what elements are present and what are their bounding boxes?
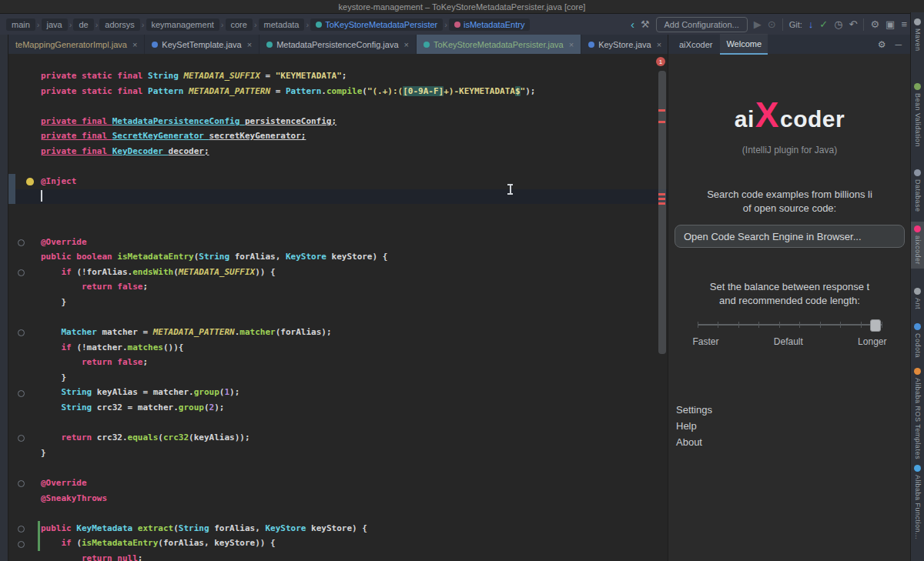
- error-stripe-mark: [658, 193, 665, 195]
- code-line: return null;: [41, 551, 657, 561]
- aixcoder-panel: aiXcoder Welcome ⚙ ─ aiXcoder (IntelliJ …: [668, 35, 911, 561]
- slider-label-longer: Longer: [858, 336, 886, 347]
- main-menu-icon[interactable]: ≡: [901, 19, 907, 29]
- breadcrumb-item[interactable]: keymanagement: [146, 18, 219, 31]
- breadcrumb-item[interactable]: main: [6, 18, 35, 31]
- close-tab-icon[interactable]: ×: [657, 40, 661, 49]
- mouse-text-cursor: [507, 184, 514, 195]
- search-description: Search code examples from billions li of…: [707, 188, 872, 215]
- editor-tab[interactable]: teMappingGeneratorImpl.java×: [8, 35, 145, 54]
- logo-x: X: [755, 97, 779, 132]
- tab-welcome[interactable]: Welcome: [720, 34, 768, 55]
- gutter-marker-icon[interactable]: [18, 329, 25, 336]
- gutter-marker-icon[interactable]: [18, 526, 25, 533]
- slider-label-default: Default: [774, 336, 803, 347]
- breadcrumb-item[interactable]: adorsys: [99, 18, 140, 31]
- build-hammer-icon[interactable]: ⚒: [641, 19, 650, 29]
- debug-icon[interactable]: ⊙: [768, 19, 776, 29]
- editor-scrollbar[interactable]: [657, 54, 668, 561]
- settings-gear-icon[interactable]: ⚙: [870, 19, 879, 29]
- toolbar-divider: [863, 18, 864, 31]
- balance-description-line2: and recommended code length:: [710, 294, 869, 308]
- error-badge[interactable]: 1: [656, 57, 665, 66]
- editor-tab[interactable]: MetadataPersistenceConfig.java×: [259, 35, 417, 54]
- breadcrumb-class-crumb[interactable]: ToKeyStoreMetadataPersister: [310, 18, 443, 31]
- git-history-icon[interactable]: ◷: [834, 19, 842, 29]
- error-stripe-mark: [658, 121, 665, 123]
- intention-bulb-icon[interactable]: [26, 178, 34, 185]
- tool-stripe-aixcoder[interactable]: aixcoder: [911, 222, 924, 269]
- aixcoder-logo: aiXcoder: [735, 97, 845, 132]
- editor-tab[interactable]: ToKeyStoreMetadataPersister.java×: [417, 35, 581, 54]
- breadcrumb-method-crumb[interactable]: isMetadataEntry: [449, 18, 530, 31]
- balance-description: Set the balance between response t and r…: [710, 280, 869, 307]
- window-titlebar[interactable]: keystore-management – ToKeyStoreMetadata…: [0, 0, 924, 14]
- code-line: return false;: [41, 355, 657, 370]
- tool-stripe-maven[interactable]: Maven: [911, 18, 924, 52]
- gutter-marker-icon[interactable]: [18, 239, 25, 246]
- gutter-marker-icon[interactable]: [18, 480, 25, 487]
- code-line: private final KeyDecoder decoder;: [41, 144, 657, 159]
- tool-stripe-bean-validation[interactable]: Bean Validation: [911, 83, 924, 147]
- left-tool-stripe[interactable]: [0, 35, 8, 561]
- database-icon: [914, 169, 921, 176]
- breadcrumb-item[interactable]: java: [42, 18, 68, 31]
- close-tab-icon[interactable]: ×: [569, 40, 574, 49]
- error-stripe-mark: [658, 202, 665, 205]
- code-line: @Override: [41, 235, 657, 250]
- slider-track[interactable]: [698, 324, 882, 326]
- close-tab-icon[interactable]: ×: [404, 40, 409, 49]
- breadcrumb-item[interactable]: metadata: [259, 18, 305, 31]
- breadcrumb-separator: ›: [142, 20, 145, 29]
- close-tab-icon[interactable]: ×: [132, 40, 137, 49]
- close-tab-icon[interactable]: ×: [247, 40, 252, 49]
- restore-window-icon[interactable]: ▣: [886, 19, 895, 29]
- slider-tick: [738, 322, 739, 328]
- git-commit-icon[interactable]: ✓: [819, 19, 828, 29]
- code-editor[interactable]: private static final String METADATA_SUF…: [8, 54, 668, 561]
- breadcrumb-separator: ›: [221, 20, 224, 29]
- tool-stripe-codota[interactable]: Codota: [911, 323, 924, 358]
- panel-link-settings[interactable]: Settings: [676, 404, 712, 416]
- gutter-marker-icon[interactable]: [18, 390, 25, 397]
- scrollbar-thumb[interactable]: [658, 71, 666, 354]
- panel-link-about[interactable]: About: [676, 436, 712, 448]
- open-code-search-button[interactable]: Open Code Search Engine in Browser...: [675, 225, 905, 248]
- tool-stripe-database[interactable]: Database: [911, 169, 924, 212]
- breadcrumb-item[interactable]: de: [73, 18, 93, 31]
- git-rollback-icon[interactable]: ↶: [849, 19, 858, 29]
- slider-handle[interactable]: [870, 319, 881, 332]
- breadcrumb-separator: ›: [37, 20, 40, 29]
- code-line: if (!matcher.matches()){: [41, 340, 657, 356]
- breadcrumb-item[interactable]: core: [226, 18, 253, 31]
- code-line: if (isMetadataEntry(forAlias, keyStore))…: [41, 536, 657, 551]
- add-configuration-button[interactable]: Add Configuration...: [656, 17, 748, 32]
- git-update-icon[interactable]: ↓: [808, 19, 814, 29]
- gutter-marker-icon[interactable]: [18, 541, 25, 548]
- breadcrumb: main›java›de›adorsys›keymanagement›core›…: [6, 18, 626, 31]
- breadcrumb-separator: ›: [95, 20, 99, 29]
- gutter-marker-icon[interactable]: [18, 269, 25, 276]
- run-icon[interactable]: ▶: [754, 19, 762, 29]
- main-toolbar: main›java›de›adorsys›keymanagement›core›…: [0, 14, 924, 35]
- tool-stripe-alibaba-function[interactable]: Alibaba Function...: [911, 465, 924, 539]
- code-area[interactable]: private static final String METADATA_SUF…: [41, 54, 657, 561]
- tool-stripe-alibaba-ros-templates[interactable]: Alibaba ROS Templates: [911, 368, 924, 459]
- code-line: [41, 460, 657, 476]
- breadcrumb-separator: ›: [444, 20, 447, 29]
- breadcrumb-separator: ›: [69, 20, 72, 29]
- code-line: [41, 506, 657, 521]
- editor-tab[interactable]: KeySetTemplate.java×: [145, 35, 259, 54]
- panel-gear-icon[interactable]: ⚙: [875, 39, 889, 50]
- tool-stripe-ant[interactable]: Ant: [911, 288, 924, 309]
- editor-tab[interactable]: KeyStore.java×: [581, 35, 668, 54]
- panel-link-help[interactable]: Help: [676, 420, 712, 432]
- maven-icon: [914, 18, 921, 25]
- gutter-marker-icon[interactable]: [18, 435, 25, 442]
- slider-tick: [698, 322, 698, 328]
- code-line: private static final String METADATA_SUF…: [41, 68, 657, 84]
- balance-slider[interactable]: [698, 319, 882, 331]
- git-label: Git:: [789, 20, 802, 29]
- navigate-back-icon[interactable]: ‹: [631, 18, 634, 30]
- panel-minimize-icon[interactable]: ─: [892, 39, 905, 50]
